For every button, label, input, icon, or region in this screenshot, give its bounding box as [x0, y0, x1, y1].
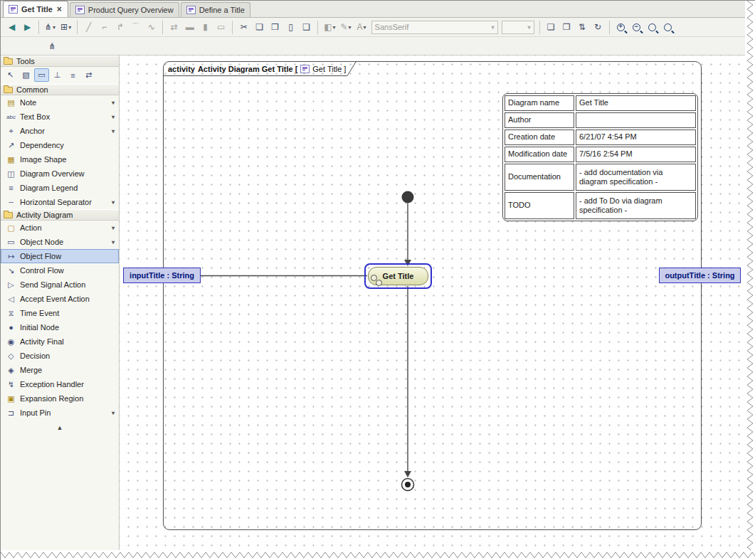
palette-item-anchor[interactable]: ⌖ Anchor ▾: [1, 124, 119, 138]
line-color-button[interactable]: ✎▾: [339, 20, 354, 35]
palette-item-activity-final[interactable]: ◉ Activity Final: [1, 334, 119, 349]
pencil-icon: ✎: [341, 23, 348, 31]
chevron-down-icon[interactable]: ▾: [112, 100, 115, 106]
diagram-info-table[interactable]: Diagram name Get Title Author Creation d…: [502, 93, 698, 221]
pin-handle-icon[interactable]: [376, 280, 382, 286]
info-key: Modification date: [505, 147, 574, 162]
oblique-path-button[interactable]: ↱: [112, 20, 127, 35]
to-back-icon: ❐: [563, 23, 571, 31]
fill-color-button[interactable]: ◧▾: [322, 20, 337, 35]
palette-section-activity-diagram[interactable]: Activity Diagram: [1, 209, 119, 221]
palette-item-accept-event-action[interactable]: ◁ Accept Event Action: [1, 292, 119, 306]
make-same-height-button[interactable]: ▭: [213, 20, 228, 35]
zoom-fit-button[interactable]: [645, 20, 660, 35]
palette-collapse-button[interactable]: ▲: [1, 423, 119, 433]
palette-item-merge[interactable]: ◈ Merge: [1, 363, 119, 377]
item-label: Dependency: [20, 141, 64, 149]
input-pin-label[interactable]: inputTitle : String: [123, 268, 201, 283]
palette-section-tools[interactable]: Tools: [1, 56, 119, 67]
palette-item-text-box[interactable]: abc Text Box ▾: [1, 110, 119, 124]
zoom-out-button[interactable]: −: [629, 20, 644, 35]
chevron-down-icon: ▾: [333, 24, 336, 31]
palette-item-expansion-region[interactable]: ▣ Expansion Region: [1, 391, 119, 406]
copy-button[interactable]: ❏: [252, 20, 267, 35]
send-signal-icon: ▷: [6, 280, 16, 290]
output-pin-label[interactable]: outputTitle : String: [659, 268, 741, 283]
font-color-button[interactable]: A▾: [354, 20, 369, 35]
pan-tool-button[interactable]: ▭: [34, 68, 49, 82]
palette-item-diagram-overview[interactable]: ◫ Diagram Overview: [1, 167, 119, 181]
add-icon: ⊞: [60, 23, 68, 31]
make-same-width-button[interactable]: ▮: [198, 20, 213, 35]
palette-item-control-flow[interactable]: ↘ Control Flow: [1, 263, 119, 278]
palette-item-dependency[interactable]: ↗ Dependency: [1, 138, 119, 152]
close-tab-icon[interactable]: ×: [56, 6, 63, 13]
zoom-in-button[interactable]: +: [613, 20, 628, 35]
palette-item-object-node[interactable]: ▭ Object Node ▾: [1, 235, 119, 249]
clone-button[interactable]: ❑: [299, 20, 314, 35]
chevron-down-icon[interactable]: ▾: [112, 128, 115, 134]
palette-item-object-flow[interactable]: ↦ Object Flow: [1, 249, 119, 263]
chevron-down-icon[interactable]: ▾: [112, 410, 115, 416]
swap-elements-button[interactable]: ⇄: [167, 20, 181, 35]
chevron-down-icon[interactable]: ▾: [112, 239, 115, 245]
back-button[interactable]: ◀: [4, 20, 19, 35]
tab-product-query-overview[interactable]: Product Query Overview: [70, 2, 179, 17]
palette-item-horizontal-separator[interactable]: ┄ Horizontal Separator ▾: [1, 195, 119, 209]
zoom-reset-button[interactable]: [660, 20, 675, 35]
show-structure-button[interactable]: ⋔: [45, 38, 60, 53]
palette-item-time-event[interactable]: ⧖ Time Event: [1, 306, 119, 320]
refresh-button[interactable]: ↻: [591, 20, 606, 35]
palette-item-send-signal-action[interactable]: ▷ Send Signal Action: [1, 278, 119, 292]
draw-line-button[interactable]: ╱: [81, 20, 96, 35]
forward-button[interactable]: ▶: [20, 20, 35, 35]
palette-item-note[interactable]: ▤ Note ▾: [1, 95, 119, 110]
tab-define-a-title[interactable]: Define a Title: [181, 2, 250, 17]
bring-to-front-button[interactable]: ❏: [544, 20, 559, 35]
tab-get-title[interactable]: Get Title ×: [3, 1, 68, 17]
info-value: - add documentation via diagram specific…: [576, 164, 696, 191]
delete-button[interactable]: ▯: [283, 20, 298, 35]
palette-item-diagram-legend[interactable]: ≡ Diagram Legend: [1, 181, 119, 195]
curved-path-button[interactable]: ⌒: [128, 20, 143, 35]
palette-item-action[interactable]: ▢ Action ▾: [1, 221, 119, 235]
diagram-canvas[interactable]: activity Activity Diagram Get Title [ Ge…: [120, 56, 746, 551]
align-tool-button[interactable]: ⊥: [50, 68, 65, 82]
palette-item-decision[interactable]: ◇ Decision: [1, 349, 119, 363]
palette-item-exception-handler[interactable]: ↯ Exception Handler: [1, 377, 119, 391]
containment-tree-button[interactable]: ⋔▾: [43, 20, 58, 35]
font-name-select[interactable]: SansSerif ▾: [371, 21, 498, 34]
cut-button[interactable]: ✂: [236, 20, 251, 35]
input-pin-text: inputTitle : String: [130, 271, 194, 280]
chevron-down-icon[interactable]: ▾: [112, 114, 115, 120]
font-size-select[interactable]: ▾: [502, 21, 534, 34]
tab-label: Define a Title: [199, 6, 245, 14]
spline-path-button[interactable]: ∿: [144, 20, 159, 35]
distribute-tool-button[interactable]: ≡: [65, 68, 80, 82]
marquee-tool-button[interactable]: ▧: [19, 68, 33, 82]
exception-handler-icon: ↯: [6, 380, 16, 389]
send-to-back-button[interactable]: ❐: [559, 20, 574, 35]
torn-edge-right: [745, 1, 755, 560]
rectilinear-path-button[interactable]: ⌐: [97, 20, 112, 35]
chevron-down-icon[interactable]: ▾: [112, 199, 115, 206]
structure-icon: ⋔: [48, 42, 56, 51]
order-button[interactable]: ⇅: [575, 20, 590, 35]
item-label: Input Pin: [20, 408, 51, 417]
paste-button[interactable]: ❒: [268, 20, 283, 35]
item-label: Note: [20, 98, 36, 107]
text-box-icon: abc: [6, 114, 16, 120]
palette-section-common[interactable]: Common: [1, 84, 119, 95]
chevron-down-icon[interactable]: ▾: [112, 225, 115, 231]
palette-item-image-shape[interactable]: ▦ Image Shape: [1, 152, 119, 167]
exchange-tool-button[interactable]: ⇄: [81, 68, 96, 82]
section-label: Activity Diagram: [16, 211, 73, 219]
palette-item-initial-node[interactable]: ● Initial Node: [1, 320, 119, 334]
palette-item-input-pin[interactable]: ⊐ Input Pin ▾: [1, 406, 119, 420]
make-same-size-button[interactable]: ▬: [182, 20, 197, 35]
order-icon: ⇅: [579, 23, 586, 31]
select-tool-button[interactable]: ↖: [3, 68, 18, 82]
arc-icon: ⌒: [132, 23, 140, 31]
merge-icon: ◈: [6, 366, 16, 375]
quick-add-button[interactable]: ⊞▾: [58, 20, 73, 35]
